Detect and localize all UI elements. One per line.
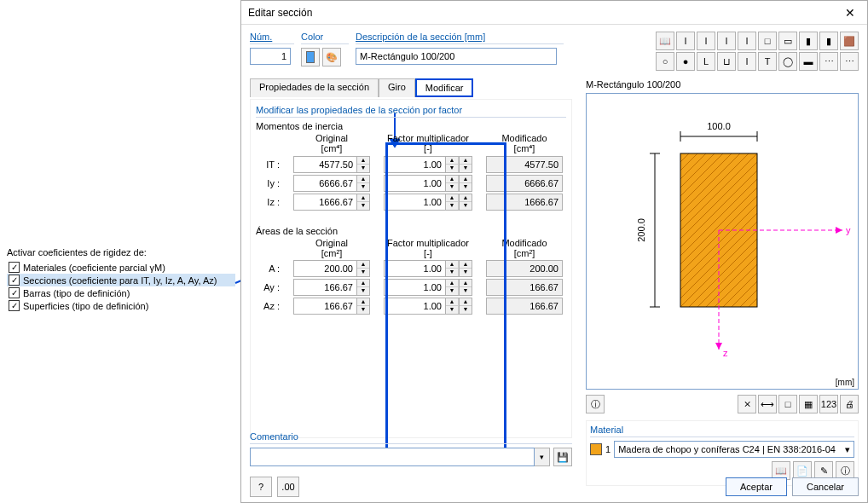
cancel-button[interactable]: Cancelar [792,477,859,496]
a-original[interactable]: ▲▼ [293,260,370,277]
az-original[interactable]: ▲▼ [293,298,370,315]
ro-icon[interactable]: ○ [656,52,674,71]
rec2-icon[interactable]: ▮ [819,32,838,50]
values-icon[interactable]: 123 [819,395,838,413]
cir-icon[interactable]: ◯ [778,52,797,71]
modify-panel: Modificar las propiedades de la sección … [250,99,572,438]
more2-icon[interactable]: ⋯ [840,52,859,71]
iy-factor[interactable]: ▲▼▲▼ [384,175,472,192]
tab-properties[interactable]: Propiedades de la sección [250,78,379,97]
iy-label: Iy : [256,178,280,188]
ay-modified [486,279,563,296]
az-factor[interactable]: ▲▼▲▼ [384,298,472,315]
check-icon: ✓ [9,287,20,298]
outline-icon[interactable]: □ [778,395,797,413]
svg-marker-14 [836,227,842,234]
grid-icon[interactable]: ▦ [799,395,818,413]
comment-label: Comentario [250,431,572,444]
az-label: Az : [256,301,280,311]
opt-materials[interactable]: ✓Materiales (coeficiente parcial γM) [7,261,235,274]
section-type-toolbar: 📖 I I I I □ ▭ ▮ ▮ 🟫 ○ ● L ⊔ I T ◯ ▬ ⋯ ⋯ [656,32,859,71]
ipe-icon[interactable]: I [676,32,695,50]
ay-label: Ay : [256,282,280,292]
inertia-title: Momentos de inercia [256,121,566,131]
axes-icon[interactable]: ⨯ [738,395,756,413]
rro-icon[interactable]: ▭ [778,32,797,50]
timber-icon[interactable]: 🟫 [840,32,859,50]
a-label: A : [256,263,280,274]
tab-rotation[interactable]: Giro [379,78,415,97]
sidebar-title: Activar coeficientes de rigidez de: [7,247,235,257]
it-factor[interactable]: ▲▼▲▼ [384,156,472,173]
iz-modified [486,194,563,211]
panel-title: Modificar las propiedades de la sección … [256,105,566,118]
svg-text:z: z [723,348,728,358]
material-label: Material [590,425,854,437]
svg-text:y: y [846,225,851,235]
tab-modify[interactable]: Modificar [415,78,474,97]
qro-icon[interactable]: □ [758,32,777,50]
desc-label: Descripción de la sección [mm] [356,32,564,44]
check-icon: ✓ [9,275,20,286]
dim-h: 200.0 [636,218,646,242]
ay-factor[interactable]: ▲▼▲▼ [384,279,472,296]
print-icon[interactable]: 🖨 [840,395,859,413]
material-select[interactable]: Madera de chopo y coníferas C24 | EN 338… [614,441,854,458]
stiffness-sidebar: Activar coeficientes de rigidez de: ✓Mat… [7,247,235,312]
th-icon[interactable]: ▬ [799,52,818,71]
it-label: IT : [256,159,280,170]
edit-section-dialog: Editar sección ✕ Núm. Color 🎨 Descripció… [240,0,868,503]
chevron-down-icon: ▾ [845,444,850,455]
dialog-title: Editar sección [248,7,312,19]
iy-original[interactable]: ▲▼ [293,175,370,192]
preview-canvas: 100.0 200.0 y z [mm] [586,93,859,390]
svg-marker-17 [715,343,722,350]
section-preview: M-Rectángulo 100/200 100.0 200.0 y z [mm… [586,79,859,486]
help-icon[interactable]: ? [250,477,272,497]
titlebar: Editar sección ✕ [241,1,867,25]
it-modified [486,156,563,173]
is-icon[interactable]: I [738,52,756,71]
num-input[interactable] [250,48,291,65]
dim-w: 100.0 [707,121,731,131]
lib-book-icon[interactable]: 📖 [656,32,674,50]
color-swatch-button[interactable] [301,48,320,66]
opt-bars[interactable]: ✓Barras (tipo de definición) [7,286,235,299]
unit-mm: [mm] [836,378,854,387]
l-icon[interactable]: L [697,52,715,71]
more1-icon[interactable]: ⋯ [819,52,838,71]
ts-icon[interactable]: T [758,52,777,71]
a-modified [486,260,563,277]
opt-sections[interactable]: ✓Secciones (coeficiente para IT, Iy, Iz,… [7,274,235,286]
units-icon[interactable]: .00 [277,477,299,497]
dims-icon[interactable]: ⟷ [758,395,777,413]
info-icon[interactable]: ⓘ [586,395,605,413]
hea-icon[interactable]: I [697,32,715,50]
ay-original[interactable]: ▲▼ [293,279,370,296]
check-icon: ✓ [9,262,20,273]
iy-modified [486,175,563,192]
a-factor[interactable]: ▲▼▲▼ [384,260,472,277]
opt-surfaces[interactable]: ✓Superficies (tipo de definición) [7,299,235,312]
rd-icon[interactable]: ● [676,52,695,71]
color-label: Color [301,32,349,44]
it-original[interactable]: ▲▼ [293,156,370,173]
rec-icon[interactable]: ▮ [799,32,818,50]
close-icon[interactable]: ✕ [840,4,860,21]
preview-title: M-Rectángulo 100/200 [586,79,859,90]
areas-title: Áreas de la sección [256,226,566,236]
comment-input[interactable] [250,448,535,466]
ok-button[interactable]: Aceptar [726,477,787,496]
iz-factor[interactable]: ▲▼▲▼ [384,194,472,211]
chevron-down-icon[interactable]: ▾ [535,448,550,466]
comment-group: Comentario ▾ 💾 [250,431,572,466]
iz-original[interactable]: ▲▼ [293,194,370,211]
desc-input[interactable] [356,48,557,65]
material-index: 1 [605,444,610,454]
iz-label: Iz : [256,197,280,207]
u-icon[interactable]: ⊔ [717,52,736,71]
hem-icon[interactable]: I [738,32,756,50]
comment-save-icon[interactable]: 💾 [553,448,572,466]
heb-icon[interactable]: I [717,32,736,50]
palette-icon[interactable]: 🎨 [322,48,341,66]
